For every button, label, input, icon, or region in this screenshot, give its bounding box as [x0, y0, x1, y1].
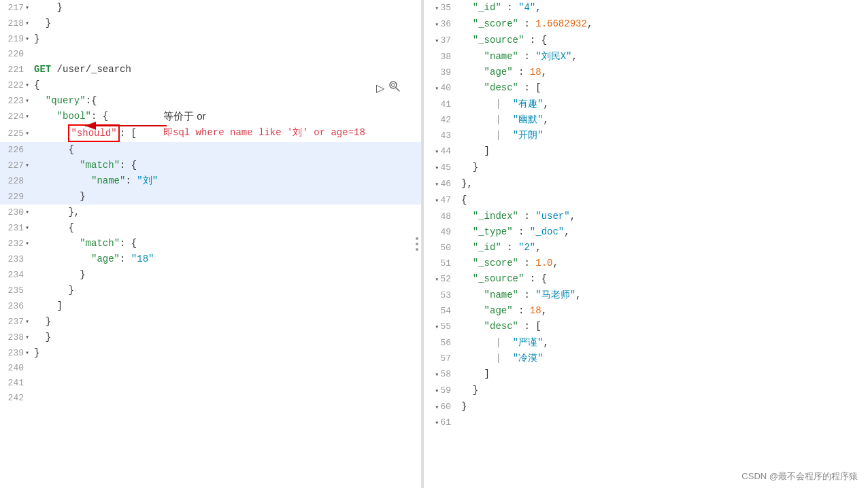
right-code-line: ▾40 "desc" : [ [424, 80, 868, 97]
right-code-line: ▾52 "_source" : { [424, 271, 868, 287]
code-line: 236 ] [0, 298, 421, 314]
code-line: 234 } [0, 267, 421, 283]
right-code-line: 56 | "严谨", [424, 335, 868, 351]
code-line: ▾237 } [0, 314, 421, 330]
code-line: 233 "age": "18" [0, 251, 421, 267]
right-code-line: 48 "_index" : "user", [424, 209, 868, 224]
panel-divider-dots [413, 234, 421, 254]
right-code-line: 41 | "有趣", [424, 97, 868, 112]
right-code-line: 39 "age" : 18, [424, 65, 868, 80]
right-code-line: 53 "name" : "马老师", [424, 287, 868, 303]
right-code-line: ▾37 "_source" : { [424, 33, 868, 49]
run-controls: ▷ [376, 80, 401, 95]
code-line: 229 } [0, 189, 421, 205]
code-line: ▾223 "query":{ [0, 93, 421, 109]
svg-point-2 [392, 84, 395, 87]
code-line: ▾222 { [0, 77, 421, 93]
right-code-line: 54 "age" : 18, [424, 303, 868, 319]
right-code-line: 57 | "冷漠" [424, 351, 868, 366]
branding-text: CSDN @最不会程序的程序猿 [741, 470, 858, 483]
code-line: 220 [0, 47, 421, 62]
right-code-line: ▾44 ] [424, 143, 868, 160]
code-line: ▾219 } [0, 31, 421, 47]
right-code-line: ▾35 "_id" : "4", [424, 0, 868, 16]
right-code-line: ▾55 "desc" : [ [424, 319, 868, 335]
code-line: ▾230 }, [0, 205, 421, 220]
right-code-line: ▾60 } [424, 399, 868, 415]
right-panel: ▾35 "_id" : "4", ▾36 "_score" : 1.668293… [424, 0, 868, 488]
code-line: 235 } [0, 283, 421, 298]
right-code-line: 38 "name" : "刘民X", [424, 49, 868, 65]
right-code-line: ▾61 [424, 415, 868, 431]
code-line: ▾227 "match": { [0, 158, 421, 173]
search-button[interactable] [388, 80, 401, 95]
run-button[interactable]: ▷ [376, 80, 384, 95]
right-code-line: ▾45 } [424, 160, 868, 176]
code-line: ▾217 } [0, 0, 421, 16]
code-line: 226 { [0, 142, 421, 158]
left-panel: ▷ 等价于 or 即sql where name lik [0, 0, 422, 488]
should-line: ▾225 "should": [ [0, 124, 421, 142]
right-code-line: ▾36 "_score" : 1.6682932, [424, 16, 868, 33]
right-code-line: 42 | "幽默", [424, 112, 868, 128]
code-line: ▾232 "match": { [0, 236, 421, 251]
right-code-line: 43 | "开朗" [424, 128, 868, 143]
code-line: 241 [0, 376, 421, 391]
code-line: ▾239 } [0, 345, 421, 361]
code-line: 228 "name": "刘" [0, 173, 421, 189]
get-line: 221 GET /user/_search [0, 62, 421, 77]
right-code-line: ▾46 }, [424, 176, 868, 192]
code-line: 240 [0, 361, 421, 376]
left-code-area[interactable]: ▾217 } ▾218 } ▾219 } 220 221 GET /user/_… [0, 0, 421, 488]
right-code-line: ▾58 ] [424, 366, 868, 383]
right-code-line: 51 "_score" : 1.0, [424, 256, 868, 271]
code-line: ▾238 } [0, 330, 421, 345]
right-code-line: ▾59 } [424, 383, 868, 399]
code-line: ▾224 "bool": { [0, 109, 421, 124]
svg-line-1 [396, 88, 399, 91]
right-code-line: 50 "_id" : "2", [424, 240, 868, 256]
code-line: 242 [0, 391, 421, 406]
right-code-area[interactable]: ▾35 "_id" : "4", ▾36 "_score" : 1.668293… [424, 0, 868, 488]
right-code-line: ▾47 { [424, 192, 868, 209]
right-code-line: 49 "_type" : "_doc", [424, 224, 868, 240]
code-line: ▾231 { [0, 220, 421, 236]
code-line: ▾218 } [0, 16, 421, 31]
